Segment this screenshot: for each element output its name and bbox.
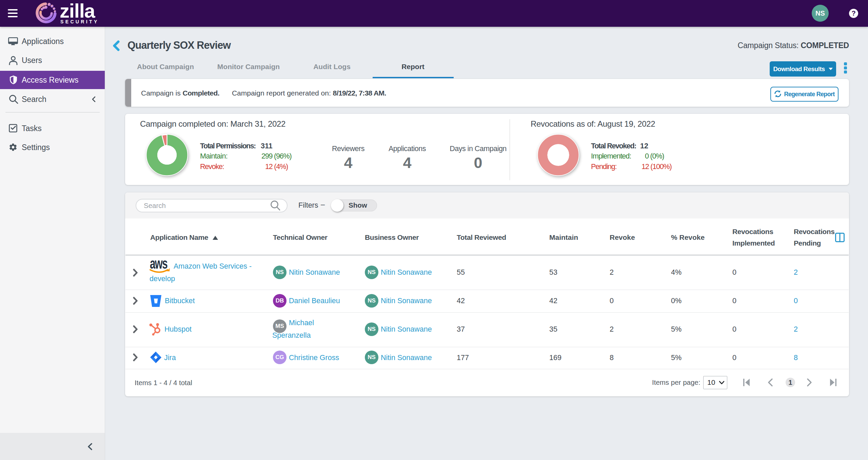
svg-text:aws: aws xyxy=(150,258,167,272)
